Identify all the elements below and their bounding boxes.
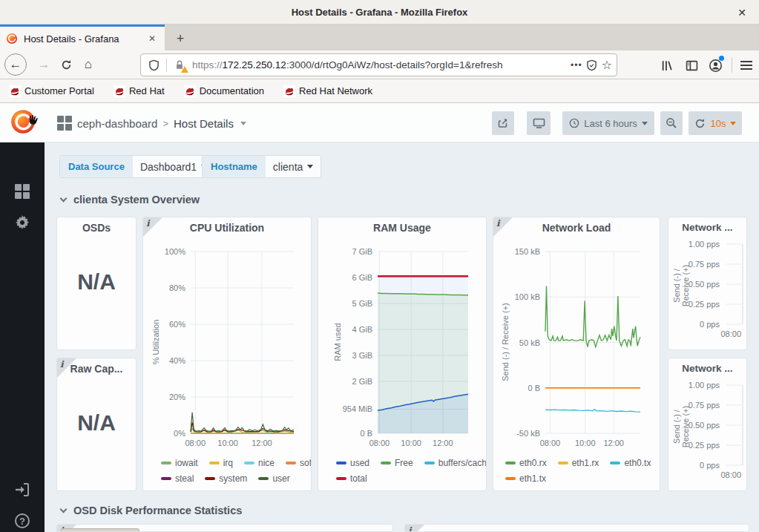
section-header-osd-disk-performance[interactable]: OSD Disk Performance Statistics: [61, 505, 242, 516]
legend-swatch: [336, 477, 346, 480]
window-titlebar[interactable]: Host Details - Grafana - Mozilla Firefox…: [0, 0, 759, 24]
legend-item[interactable]: nice: [244, 458, 275, 468]
panel-title[interactable]: RAM Usage: [318, 222, 486, 234]
home-button[interactable]: ⌂: [77, 53, 99, 76]
panel-title[interactable]: Raw Cap...: [57, 363, 136, 375]
panel-osds[interactable]: OSDs N/A: [56, 217, 137, 350]
legend-item[interactable]: used: [336, 458, 369, 468]
library-icon[interactable]: [657, 55, 677, 76]
panel-raw-capacity[interactable]: i Raw Cap... N/A: [56, 358, 137, 491]
legend-swatch: [558, 462, 568, 464]
time-range-picker[interactable]: Last 6 hours: [562, 111, 654, 135]
variable-value-dropdown[interactable]: clienta: [266, 156, 321, 177]
permissions-shield-icon[interactable]: [584, 57, 600, 73]
variable-label: Data Source: [60, 156, 133, 177]
legend-item[interactable]: Free: [381, 458, 413, 468]
legend-label: total: [350, 473, 367, 484]
share-button[interactable]: [492, 111, 514, 135]
bookmark-red-hat[interactable]: Red Hat: [114, 85, 165, 97]
window-close-button[interactable]: ✕: [731, 0, 753, 24]
bookmark-red-hat-network[interactable]: Red Hat Network: [283, 85, 372, 97]
legend-label: user: [272, 473, 289, 484]
breadcrumb-grid-icon[interactable]: [57, 116, 72, 131]
breadcrumb: ceph-dashboard > Host Details: [77, 117, 246, 130]
legend-item[interactable]: buffers/cache: [424, 458, 487, 468]
pps-chart[interactable]: 08:001.00 pps0.75 pps0.50 pps0.25 pps0 p…: [668, 376, 747, 490]
url-path: :3000/d/rtOg0AiWz/host-details?orgId=1&r…: [286, 59, 503, 70]
legend-item[interactable]: iowait: [161, 458, 198, 468]
variable-datasource[interactable]: Data Source Dashboard1: [59, 155, 215, 178]
panel-info-icon: i: [405, 525, 424, 532]
tab-host-details[interactable]: Host Details - Grafana ✕: [0, 27, 165, 50]
zoom-out-button[interactable]: [660, 111, 683, 135]
screen: Host Details - Grafana - Mozilla Firefox…: [0, 0, 759, 532]
page-actions-overflow-icon[interactable]: •••: [571, 60, 582, 70]
panel-title[interactable]: Network ...: [668, 363, 746, 374]
section-header-system-overview[interactable]: clienta System Overview: [61, 194, 200, 206]
new-tab-button[interactable]: +: [169, 27, 191, 50]
legend-item[interactable]: system: [205, 473, 247, 484]
cycle-view-button[interactable]: [527, 111, 551, 135]
legend-item[interactable]: eth1.rx: [558, 458, 599, 468]
section-title: OSD Disk Performance Statistics: [73, 505, 242, 516]
insecure-lock-icon[interactable]: [171, 57, 188, 73]
panel-ram-usage[interactable]: RAM Usage RAM used 08:0010:0012:007 GiB6…: [318, 217, 487, 491]
legend-item[interactable]: eth0.rx: [505, 458, 547, 468]
legend-swatch: [610, 462, 620, 464]
sidebar-item-help[interactable]: ?: [15, 513, 30, 528]
tab-close-icon[interactable]: ✕: [145, 32, 159, 45]
reload-button[interactable]: [55, 53, 77, 76]
sidebar-item-dashboards[interactable]: [15, 184, 30, 199]
legend-item[interactable]: user: [258, 473, 289, 484]
pps-chart[interactable]: 08:001.00 pps0.75 pps0.50 pps0.25 pps0 p…: [668, 235, 747, 349]
legend-item[interactable]: eth0.tx: [610, 458, 651, 468]
tracking-protection-shield-icon[interactable]: [145, 57, 162, 73]
url-text[interactable]: https://172.25.250.12:3000/d/rtOg0AiWz/h…: [192, 59, 569, 70]
breadcrumb-dashboard-title[interactable]: Host Details: [174, 117, 234, 130]
bookmark-documentation[interactable]: Documentation: [184, 85, 264, 97]
menu-hamburger-icon[interactable]: [736, 55, 757, 76]
panel-title[interactable]: Network Load: [493, 222, 660, 234]
panel-menu-stub[interactable]: [61, 528, 139, 532]
panel-title[interactable]: Network ...: [668, 222, 746, 233]
svg-text:08:00: 08:00: [185, 439, 206, 447]
singlestat-value: N/A: [57, 269, 136, 295]
url-bar[interactable]: https://172.25.250.12:3000/d/rtOg0AiWz/h…: [140, 53, 617, 76]
panel-partial-left[interactable]: i: [56, 524, 393, 532]
network-chart[interactable]: 08:0010:0012:00150 kB100 kB50 kB0 B-50 k…: [493, 238, 660, 458]
panel-cpu-utilization[interactable]: i CPU Utilization % Utilization 08:0010:…: [142, 217, 312, 491]
legend-item[interactable]: total: [336, 473, 367, 484]
breadcrumb-caret-icon[interactable]: [240, 122, 246, 125]
account-icon[interactable]: [705, 55, 726, 76]
legend-item[interactable]: irq: [209, 458, 233, 468]
sidebar-item-sign-in[interactable]: [15, 482, 30, 497]
clock-icon: [569, 118, 579, 128]
panel-network-load[interactable]: i Network Load Send (-) / Receive (+) 08…: [493, 217, 660, 491]
legend-swatch: [381, 462, 391, 464]
sidebar-item-configuration[interactable]: [15, 215, 30, 230]
back-button[interactable]: ←: [4, 53, 27, 76]
navigation-toolbar: ← → ⌂ https://172.25.250.12:3000/d/rtOg0…: [0, 50, 759, 79]
panel-title[interactable]: CPU Utilization: [143, 222, 311, 234]
cpu-chart[interactable]: 08:0010:0012:00100%80%60%40%20%0%: [143, 238, 312, 458]
refresh-button[interactable]: 10s: [689, 111, 742, 135]
breadcrumb-folder[interactable]: ceph-dashboard: [77, 117, 157, 130]
variable-hostname[interactable]: Hostname clienta: [202, 155, 321, 178]
refresh-interval-label[interactable]: 10s: [711, 118, 726, 129]
sidebar-toggle-icon[interactable]: [681, 55, 702, 76]
panel-partial-right[interactable]: i: [404, 524, 749, 532]
panel-network-pps-bottom[interactable]: Network ... Send (-) / Receive (+) 08:00…: [668, 358, 747, 491]
legend-swatch: [258, 477, 269, 480]
legend-item[interactable]: softirq: [286, 458, 312, 468]
refresh-caret-icon[interactable]: [730, 122, 736, 125]
bookmark-star-icon[interactable]: ☆: [602, 58, 612, 72]
panel-title[interactable]: OSDs: [57, 222, 136, 234]
ram-chart[interactable]: 08:0010:0012:007 GiB6 GiB5 GiB4 GiB3 GiB…: [318, 238, 487, 458]
panel-network-pps-top[interactable]: Network ... Send (-) / Receive (+) 08:00…: [668, 217, 747, 350]
forward-button[interactable]: →: [33, 53, 55, 76]
legend-item[interactable]: steal: [161, 473, 194, 484]
svg-text:3 GiB: 3 GiB: [352, 351, 372, 360]
bookmark-customer-portal[interactable]: Customer Portal: [9, 85, 94, 97]
svg-text:100 kB: 100 kB: [515, 292, 540, 301]
legend-item[interactable]: eth1.tx: [505, 473, 546, 484]
